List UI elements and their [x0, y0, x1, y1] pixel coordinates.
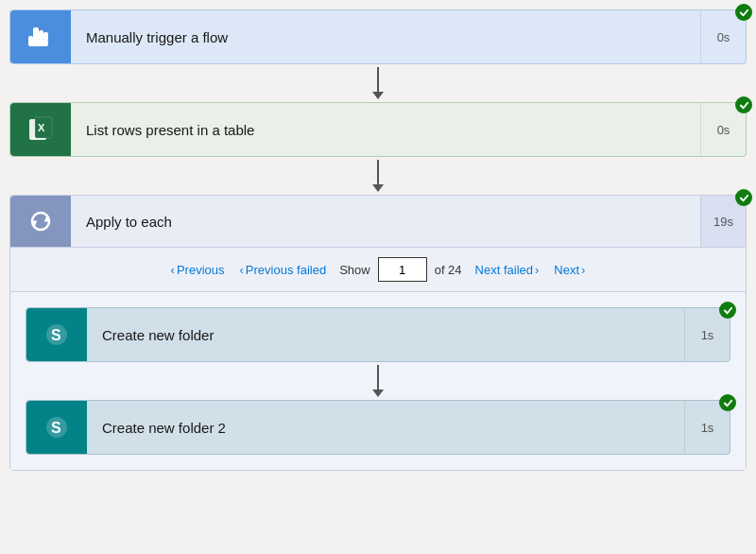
svg-rect-1 — [39, 30, 43, 41]
arrow-head-2 — [372, 184, 384, 192]
pagination-bar: ‹ Previous ‹ Previous failed Show of 24 … — [10, 248, 746, 292]
manual-trigger-icon-bg — [10, 10, 71, 63]
hand-icon — [27, 24, 54, 50]
arrow-head-1 — [372, 92, 384, 99]
svg-rect-0 — [33, 27, 39, 41]
apply-each-icon-bg — [10, 196, 71, 247]
apply-each-label: Apply to each — [71, 214, 700, 230]
manual-trigger-block: Manually trigger a flow 0s — [9, 9, 747, 64]
svg-rect-2 — [43, 32, 48, 41]
manual-trigger-label: Manually trigger a flow — [71, 10, 700, 63]
list-rows-label: List rows present in a table — [71, 103, 700, 156]
previous-failed-button[interactable]: ‹ Previous failed — [234, 261, 333, 279]
flow-container: Manually trigger a flow 0s X List rows p… — [9, 9, 747, 471]
create-folder-1-block: S Create new folder 1s — [26, 307, 730, 362]
create-folder-2-success-badge — [719, 394, 736, 411]
sharepoint-icon-1-bg: S — [26, 308, 87, 361]
next-failed-button[interactable]: Next failed › — [470, 261, 545, 279]
page-number-input[interactable] — [378, 257, 427, 282]
arrow-line-inner — [377, 365, 379, 390]
list-rows-block: X List rows present in a table 0s — [9, 102, 747, 157]
sharepoint-icon-2: S — [43, 413, 71, 441]
create-folder-2-block: S Create new folder 2 1s — [26, 400, 730, 455]
sharepoint-icon-1: S — [43, 320, 71, 349]
svg-text:S: S — [51, 327, 61, 343]
of-label: of 24 — [435, 263, 462, 277]
chevron-left-icon-prev-failed: ‹ — [240, 263, 244, 277]
apply-each-success-badge — [735, 189, 752, 206]
next-failed-label: Next failed — [475, 263, 533, 277]
apply-each-header: Apply to each 19s — [10, 196, 746, 248]
arrow-2 — [372, 157, 384, 195]
next-label: Next — [554, 263, 579, 277]
chevron-right-icon-next-failed: › — [535, 263, 539, 277]
chevron-left-icon-previous: ‹ — [171, 263, 175, 277]
chevron-right-icon-next: › — [581, 263, 585, 277]
create-folder-1-success-badge — [719, 302, 736, 319]
create-folder-2-label: Create new folder 2 — [87, 401, 684, 454]
show-label: Show — [339, 263, 370, 277]
sharepoint-icon-2-bg: S — [26, 401, 87, 454]
next-button[interactable]: Next › — [548, 261, 591, 279]
apply-each-container: Apply to each 19s ‹ Previous ‹ Previous … — [9, 195, 747, 471]
arrow-inner — [372, 362, 384, 400]
svg-rect-4 — [28, 40, 48, 46]
create-folder-1-label: Create new folder — [87, 308, 684, 361]
arrow-head-inner — [372, 390, 384, 397]
arrow-1 — [372, 64, 384, 102]
loop-icon — [28, 209, 53, 234]
previous-button[interactable]: ‹ Previous — [165, 261, 231, 279]
inner-steps-area: S Create new folder 1s — [10, 292, 746, 470]
list-rows-success-badge — [735, 96, 752, 113]
svg-text:X: X — [38, 122, 45, 133]
arrow-line-2 — [377, 160, 379, 184]
svg-text:S: S — [51, 420, 61, 436]
previous-failed-label: Previous failed — [246, 263, 326, 277]
previous-label: Previous — [177, 263, 225, 277]
manual-trigger-success-badge — [735, 4, 752, 21]
arrow-line-1 — [377, 67, 379, 92]
excel-icon-bg: X — [10, 103, 71, 156]
excel-icon: X — [26, 115, 55, 144]
